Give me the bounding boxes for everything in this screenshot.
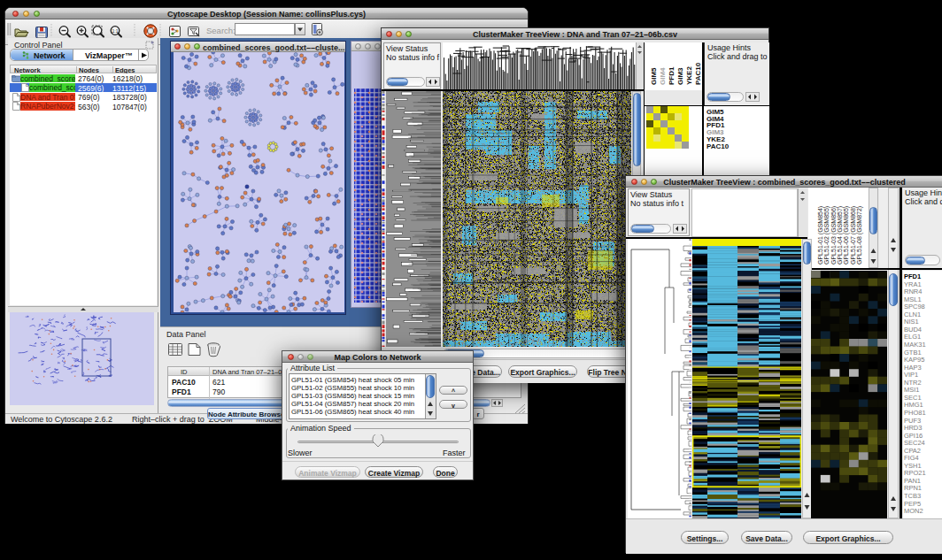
svg-text:1:1: 1:1 bbox=[112, 28, 119, 34]
